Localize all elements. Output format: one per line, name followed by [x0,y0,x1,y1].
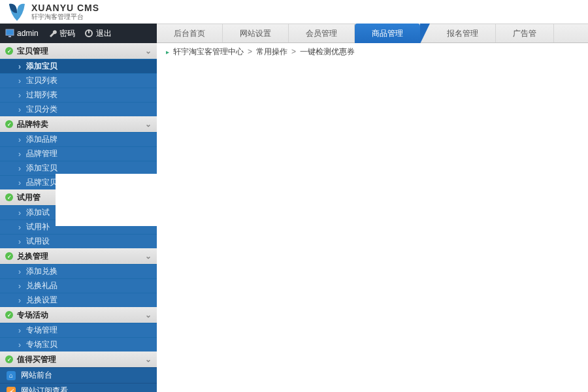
sidebar-item-add-brand[interactable]: 添加品牌 [0,132,157,146]
check-icon: ✓ [5,311,13,319]
logout-link[interactable]: 退出 [84,28,112,39]
breadcrumb-separator: > [248,47,252,56]
check-icon: ✓ [5,355,13,363]
breadcrumb-separator: > [291,47,296,56]
username-label: admin [17,29,39,38]
sidebar-item-baobei-list[interactable]: 宝贝列表 [0,73,157,88]
sidebar-item-exchange-gift[interactable]: 兑换礼品 [0,278,157,293]
svg-rect-0 [6,29,14,35]
group-title: 兑换管理 [17,251,48,262]
nav-tab-members[interactable]: 会员管理 [289,24,355,42]
group-title: 宝贝管理 [17,46,48,57]
wrench-icon [48,29,57,38]
brand-title: XUANYU CMS [31,3,99,12]
sidebar-group-worth[interactable]: ✓值得买管理 ⌄ [0,351,157,367]
sidebar-item-baobei-category[interactable]: 宝贝分类 [0,102,157,116]
sidebar-item-add-exchange[interactable]: 添加兑换 [0,264,157,278]
home-icon: ⌂ [7,371,16,380]
breadcrumb-parent[interactable]: 常用操作 [256,46,287,57]
logout-label: 退出 [96,28,112,39]
chevron-down-icon: ⌄ [145,120,152,129]
footer-label: 网站前台 [21,370,52,381]
brand-subtitle: 轩宇淘客管理平台 [31,14,99,20]
chevron-down-icon: ⌄ [145,355,152,364]
password-label: 密码 [59,28,75,39]
user-identity[interactable]: admin [5,29,39,38]
footer-link-rss[interactable]: ⋌ 网站订阅查看 [0,383,157,392]
sidebar-item-exchange-set[interactable]: 兑换设置 [0,293,157,307]
sidebar-group-special[interactable]: ✓专场活动 ⌄ [0,307,157,323]
sidebar-group-brand[interactable]: ✓品牌特卖 ⌄ [0,116,157,132]
breadcrumb-current: 一键检测优惠券 [300,46,355,57]
nav-tab-ads[interactable]: 广告管 [496,24,554,42]
logo-icon [7,1,27,22]
sidebar-item-special-manage[interactable]: 专场管理 [0,323,157,337]
monitor-icon [5,29,14,38]
app-header: XUANYU CMS 轩宇淘客管理平台 [0,0,588,24]
chevron-down-icon: ⌄ [145,252,152,261]
sidebar-group-baobei[interactable]: ✓宝贝管理 ⌄ [0,43,157,59]
sidebar-item-special-baobei[interactable]: 专场宝贝 [0,337,157,351]
group-title: 试用管 [17,192,41,203]
breadcrumb-root[interactable]: 轩宇淘宝客管理中心 [173,46,244,57]
group-title: 品牌特卖 [17,119,48,130]
bullet-icon: ▸ [166,48,169,56]
nav-tab-products[interactable]: 商品管理 [355,24,420,44]
nav-tab-signup[interactable]: 报名管理 [430,24,496,42]
check-icon: ✓ [5,47,13,55]
group-title: 专场活动 [17,310,48,321]
group-title: 值得买管理 [17,354,56,365]
sidebar-item-brand-manage[interactable]: 品牌管理 [0,146,157,161]
chevron-down-icon: ⌄ [145,310,152,319]
nav-tab-home[interactable]: 后台首页 [157,24,223,42]
sidebar-item-add-baobei[interactable]: 添加宝贝 [0,59,157,73]
password-link[interactable]: 密码 [48,28,75,39]
check-icon: ✓ [5,193,13,201]
check-icon: ✓ [5,120,13,128]
nav-tab-site[interactable]: 网站设置 [223,24,289,42]
power-icon [84,29,93,38]
check-icon: ✓ [5,252,13,260]
footer-link-site[interactable]: ⌂ 网站前台 [0,367,157,383]
user-bar: admin 密码 退出 [0,24,157,43]
sidebar-item-trial-set[interactable]: 试用设 [0,234,157,248]
sidebar-group-exchange[interactable]: ✓兑换管理 ⌄ [0,248,157,264]
logo: XUANYU CMS 轩宇淘客管理平台 [7,1,588,22]
sidebar-item-add-baobei2[interactable]: 添加宝贝 [0,161,157,175]
footer-label: 网站订阅查看 [21,385,68,392]
sidebar-item-expired-list[interactable]: 过期列表 [0,88,157,102]
svg-rect-1 [8,36,11,37]
rss-icon: ⋌ [7,387,16,393]
chevron-down-icon: ⌄ [145,46,152,56]
overlay-block [56,174,539,226]
breadcrumb: ▸ 轩宇淘宝客管理中心 > 常用操作 > 一键检测优惠券 [157,43,588,60]
